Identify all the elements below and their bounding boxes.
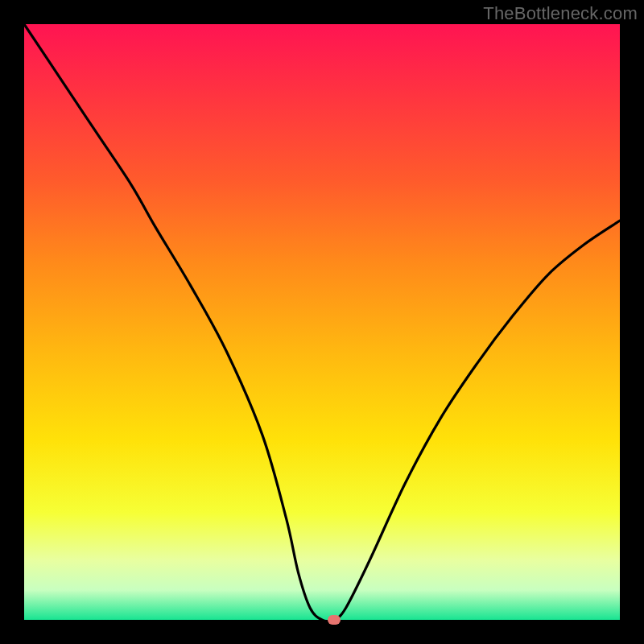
plot-svg (24, 24, 620, 620)
plot-area (24, 24, 620, 620)
optimum-marker (328, 615, 341, 625)
chart-frame: TheBottleneck.com (0, 0, 644, 644)
watermark-text: TheBottleneck.com (483, 3, 638, 24)
gradient-background (24, 24, 620, 620)
